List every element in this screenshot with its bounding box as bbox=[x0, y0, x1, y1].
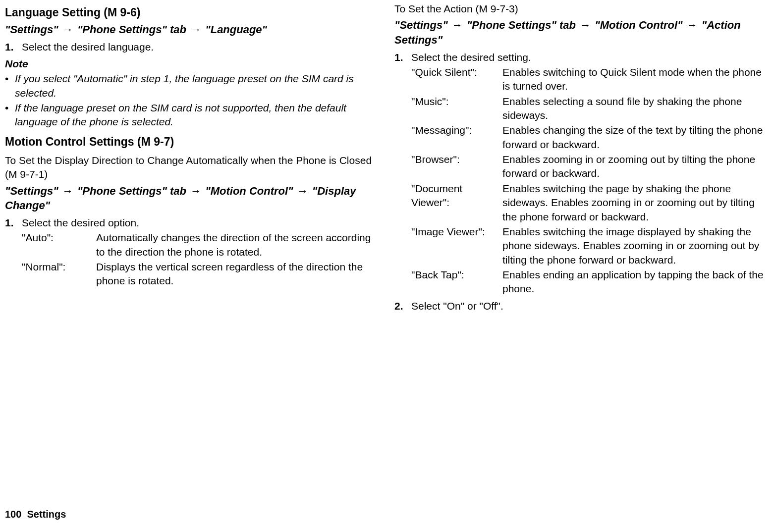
menu-code: (M 9-7-1) bbox=[5, 168, 48, 180]
path-part: "Settings" bbox=[5, 23, 58, 36]
option-row: "Browser": Enables zooming in or zooming… bbox=[411, 153, 769, 181]
action-options-block: "Quick Silent": Enables switching to Qui… bbox=[394, 65, 769, 296]
heading-text: Language Setting bbox=[5, 6, 101, 19]
path-part: "Settings" bbox=[5, 185, 58, 197]
option-term: "Messaging": bbox=[411, 123, 502, 152]
option-desc: Enables switching the image displayed by… bbox=[502, 225, 769, 267]
step-text: Select the desired language. bbox=[22, 40, 154, 54]
nav-path-action-settings: "Settings" → "Phone Settings" tab → "Mot… bbox=[394, 18, 769, 47]
step-text: Select the desired setting. bbox=[411, 51, 531, 64]
option-term: "Auto": bbox=[22, 231, 96, 259]
step-row: 2. Select "On" or "Off". bbox=[394, 299, 769, 313]
path-part: "Phone Settings" tab bbox=[77, 185, 186, 197]
heading-motion-control: Motion Control Settings (M 9-7) bbox=[5, 134, 380, 150]
step-text: Select the desired option. bbox=[22, 216, 139, 230]
path-part: "Motion Control" bbox=[595, 19, 682, 31]
option-desc: Enables switching to Quick Silent mode w… bbox=[502, 65, 769, 94]
heading-text: Motion Control Settings bbox=[5, 135, 134, 148]
option-term: "Back Tap": bbox=[411, 268, 502, 296]
step-text: Select "On" or "Off". bbox=[411, 299, 503, 313]
step-number: 2. bbox=[394, 299, 411, 313]
arrow-icon: → bbox=[686, 19, 699, 31]
path-part: "Language" bbox=[205, 23, 267, 36]
option-row: "Document Viewer": Enables switching the… bbox=[411, 182, 769, 224]
path-part: "Motion Control" bbox=[205, 185, 293, 197]
option-term: "Normal": bbox=[22, 260, 96, 288]
arrow-icon: → bbox=[296, 185, 309, 197]
step-row: 1. Select the desired setting. bbox=[394, 51, 769, 64]
arrow-icon: → bbox=[189, 185, 202, 197]
option-desc: Enables ending an application by tapping… bbox=[502, 268, 769, 296]
step-row: 1. Select the desired language. bbox=[5, 40, 380, 54]
nav-path-language: "Settings" → "Phone Settings" tab → "Lan… bbox=[5, 22, 380, 37]
option-row: "Music": Enables selecting a sound file … bbox=[411, 95, 769, 123]
step-number: 1. bbox=[5, 40, 22, 54]
bullet-icon: • bbox=[5, 101, 15, 129]
arrow-icon: → bbox=[189, 23, 202, 36]
option-desc: Enables changing the size of the text by… bbox=[502, 123, 769, 152]
option-desc: Enables zooming in or zooming out by til… bbox=[502, 153, 769, 181]
option-row: "Messaging": Enables changing the size o… bbox=[411, 123, 769, 152]
arrow-icon: → bbox=[61, 23, 74, 36]
options-block: "Auto": Automatically changes the direct… bbox=[5, 231, 380, 288]
option-desc: Enables switching the page by shaking th… bbox=[502, 182, 769, 224]
option-row: "Auto": Automatically changes the direct… bbox=[22, 231, 380, 259]
page-body: Language Setting (M 9-6) "Settings" → "P… bbox=[0, 0, 774, 313]
step-number: 1. bbox=[394, 51, 411, 64]
page-number: 100 bbox=[5, 509, 21, 520]
arrow-icon: → bbox=[579, 19, 592, 31]
right-column: To Set the Action (M 9-7-3) "Settings" →… bbox=[394, 2, 769, 313]
option-term: "Music": bbox=[411, 95, 502, 123]
option-desc: Enables selecting a sound file by shakin… bbox=[502, 95, 769, 123]
nav-path-display-change: "Settings" → "Phone Settings" tab → "Mot… bbox=[5, 184, 380, 213]
option-row: "Quick Silent": Enables switching to Qui… bbox=[411, 65, 769, 94]
menu-code: (M 9-7) bbox=[137, 135, 174, 148]
subheading-text: To Set the Display Direction to Change A… bbox=[5, 155, 372, 166]
menu-code: (M 9-6) bbox=[104, 6, 140, 19]
note-text: If you select "Automatic" in step 1, the… bbox=[15, 72, 380, 100]
subheading-action: To Set the Action (M 9-7-3) bbox=[394, 2, 769, 16]
heading-language-setting: Language Setting (M 9-6) bbox=[5, 5, 380, 20]
option-row: "Normal": Displays the vertical screen r… bbox=[22, 260, 380, 288]
option-term: "Document Viewer": bbox=[411, 182, 502, 224]
section-label: Settings bbox=[27, 509, 66, 520]
page-footer: 100 Settings bbox=[5, 508, 66, 521]
option-term: "Quick Silent": bbox=[411, 65, 502, 94]
step-row: 1. Select the desired option. bbox=[5, 216, 380, 230]
path-part: "Phone Settings" tab bbox=[467, 19, 576, 31]
note-heading: Note bbox=[5, 57, 380, 71]
option-desc: Automatically changes the direction of t… bbox=[96, 231, 380, 259]
option-desc: Displays the vertical screen regardless … bbox=[96, 260, 380, 288]
path-part: "Phone Settings" tab bbox=[77, 23, 186, 36]
option-row: "Back Tap": Enables ending an applicatio… bbox=[411, 268, 769, 296]
option-term: "Browser": bbox=[411, 153, 502, 181]
note-bullet: • If the language preset on the SIM card… bbox=[5, 101, 380, 129]
option-term: "Image Viewer": bbox=[411, 225, 502, 267]
menu-code: (M 9-7-3) bbox=[475, 3, 518, 14]
arrow-icon: → bbox=[451, 19, 464, 31]
option-row: "Image Viewer": Enables switching the im… bbox=[411, 225, 769, 267]
step-number: 1. bbox=[5, 216, 22, 230]
subheading-display-change: To Set the Display Direction to Change A… bbox=[5, 154, 380, 182]
subheading-text: To Set the Action bbox=[394, 3, 473, 14]
note-text: If the language preset on the SIM card i… bbox=[15, 101, 380, 129]
note-bullet: • If you select "Automatic" in step 1, t… bbox=[5, 72, 380, 100]
path-part: "Settings" bbox=[394, 19, 448, 31]
arrow-icon: → bbox=[61, 185, 74, 197]
left-column: Language Setting (M 9-6) "Settings" → "P… bbox=[5, 2, 380, 313]
bullet-icon: • bbox=[5, 72, 15, 100]
